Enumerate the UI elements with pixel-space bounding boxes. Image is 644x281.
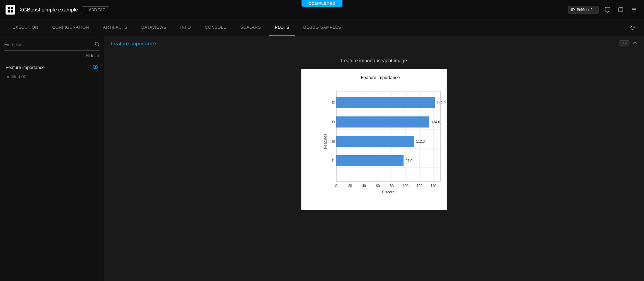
app-title: XGBoost simple example [19,7,78,12]
svg-text:140: 140 [431,184,437,188]
svg-text:f2: f2 [332,101,335,105]
tab-plots[interactable]: PLOTS [269,19,295,36]
top-bar: XGBoost simple example + ADD TAG COMPLET… [0,0,644,19]
svg-text:0: 0 [335,184,337,188]
svg-rect-5 [619,8,623,12]
tab-info[interactable]: INFO [175,19,197,36]
svg-text:112.0: 112.0 [416,140,425,143]
svg-rect-6 [632,8,636,9]
tab-debug-samples[interactable]: DEBUG SAMPLES [298,19,347,36]
hide-all-row: Hide all [4,53,100,58]
chart-wrapper: Feature importance Features [301,69,447,210]
svg-text:f1: f1 [332,159,335,163]
bar-f0 [336,136,414,147]
svg-text:120: 120 [417,184,423,188]
svg-text:142.0: 142.0 [437,101,446,105]
sidebar-item-label-feature-importance: Feature importance [6,65,45,70]
id-value: f949dce2... [577,8,596,12]
section-title: Feature importance [111,41,156,46]
svg-rect-7 [632,9,636,10]
svg-rect-0 [8,7,10,9]
expand-button[interactable] [616,5,625,14]
svg-rect-3 [11,10,13,12]
nav-bar: EXECUTION CONFIGURATION ARTIFACTS DATAVI… [0,19,644,36]
collapse-button[interactable] [632,41,637,46]
svg-text:f3: f3 [332,120,335,124]
eye-button-feature-importance[interactable] [93,64,98,70]
add-tag-button[interactable]: + ADD TAG [82,6,109,13]
svg-text:20: 20 [348,184,352,188]
refresh-button[interactable] [628,23,637,32]
search-input[interactable] [4,42,95,47]
svg-text:F score: F score [382,190,395,194]
tab-configuration[interactable]: CONFIGURATION [47,19,95,36]
tab-execution[interactable]: EXECUTION [7,19,44,36]
main-layout: Hide all Feature importance untitled 00 … [0,36,644,281]
chart-title: Feature importance [322,75,438,80]
id-badge: ID f949dce2... [568,6,599,14]
sidebar-item-feature-importance[interactable]: Feature importance [4,62,100,72]
app-logo [6,5,15,15]
bar-f2 [336,97,435,108]
comments-button[interactable] [603,5,612,14]
tab-scalars[interactable]: SCALARS [235,19,266,36]
search-box [4,42,100,51]
svg-rect-8 [632,11,636,11]
search-icon-button[interactable] [95,42,100,47]
nav-bar-right [628,23,637,32]
menu-button[interactable] [629,5,638,14]
tab-dataviews[interactable]: DATAVIEWS [136,19,172,36]
iter-badge: 77 [619,40,629,46]
sidebar-item-untitled[interactable]: untitled 00 [4,72,100,81]
section-header: Feature importance 77 [104,36,644,51]
svg-point-11 [95,66,96,68]
bar-f3 [336,116,429,128]
svg-text:100: 100 [403,184,409,188]
svg-text:134.0: 134.0 [431,120,440,124]
svg-text:80: 80 [390,184,394,188]
id-label: ID [571,8,575,12]
bar-f1 [336,155,404,166]
svg-rect-2 [8,10,10,12]
svg-rect-4 [605,7,610,11]
top-bar-right: ID f949dce2... [568,5,638,14]
hide-all-button[interactable]: Hide all [86,53,100,58]
tab-artifacts[interactable]: ARTIFACTS [98,19,133,36]
top-bar-left: XGBoost simple example + ADD TAG [6,5,568,15]
chart-svg: Features [322,84,447,195]
svg-rect-1 [11,7,13,9]
content-area: Feature importance 77 Feature importance… [104,36,644,281]
section-header-right: 77 [619,40,637,46]
chart-subtitle: Feature importance/plot image [341,58,407,63]
svg-text:f0: f0 [332,140,335,143]
svg-text:Features: Features [323,134,327,149]
tab-console[interactable]: CONSOLE [199,19,232,36]
svg-text:60: 60 [376,184,380,188]
svg-text:97.0: 97.0 [406,159,413,163]
svg-text:40: 40 [362,184,366,188]
chart-container: Feature importance/plot image Feature im… [104,51,644,217]
sidebar-item-label-untitled: untitled 00 [6,74,26,79]
completed-badge: COMPLETED [302,0,342,7]
sidebar: Hide all Feature importance untitled 00 [0,36,104,281]
